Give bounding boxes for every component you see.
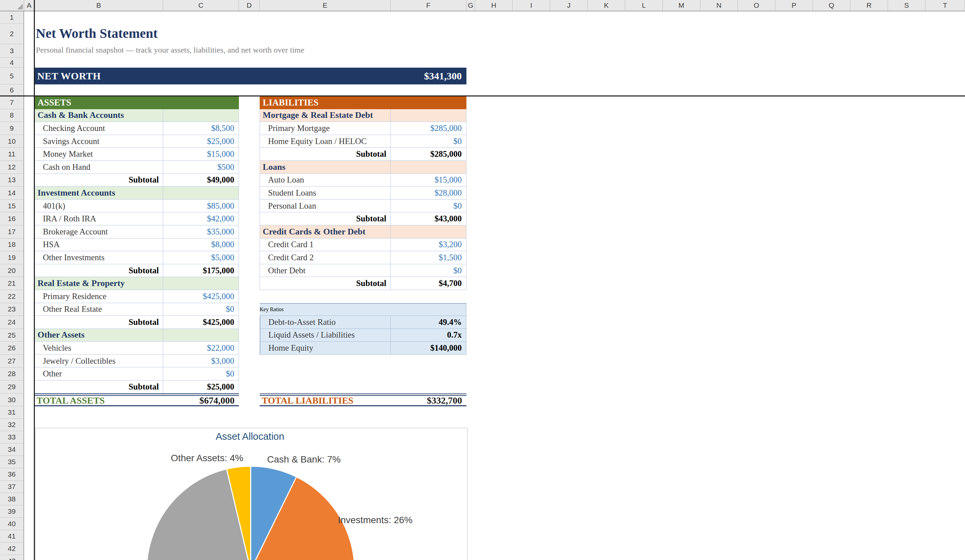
liabilities-category-name[interactable]: Loans: [260, 161, 391, 174]
column-header-T[interactable]: T: [926, 0, 965, 11]
liabilities-item-value[interactable]: $0: [391, 264, 466, 277]
liabilities-category-empty-cell[interactable]: [391, 225, 466, 238]
empty-cell[interactable]: [260, 380, 391, 393]
empty-cell[interactable]: [391, 380, 466, 393]
row-header-10[interactable]: 10: [0, 135, 24, 148]
liabilities-item-label[interactable]: Credit Card 2: [260, 251, 391, 264]
assets-item-value[interactable]: $85,000: [163, 200, 239, 213]
row-header-12[interactable]: 12: [0, 161, 24, 174]
assets-item-value[interactable]: $3,000: [163, 355, 239, 368]
row-header-26[interactable]: 26: [0, 341, 24, 355]
assets-category-empty-cell[interactable]: [163, 109, 239, 122]
assets-total-label[interactable]: TOTAL ASSETS: [34, 396, 163, 406]
liabilities-item-label[interactable]: Credit Card 1: [260, 238, 391, 251]
liabilities-item-value[interactable]: $285,000: [391, 122, 466, 135]
row-header-15[interactable]: 15: [0, 200, 24, 213]
page-subtitle[interactable]: Personal financial snapshot — track your…: [36, 46, 304, 55]
row-header-40[interactable]: 40: [0, 518, 24, 530]
assets-item-value[interactable]: $15,000: [163, 148, 239, 161]
column-header-K[interactable]: K: [588, 0, 625, 11]
assets-section-title[interactable]: ASSETS: [34, 96, 239, 109]
assets-item-value[interactable]: $5,000: [163, 251, 239, 264]
empty-cell[interactable]: [391, 367, 466, 380]
assets-subtotal-label[interactable]: Subtotal: [34, 380, 163, 393]
liabilities-item-value[interactable]: $0: [391, 200, 466, 213]
row-header-38[interactable]: 38: [0, 493, 24, 505]
column-header-H[interactable]: H: [475, 0, 513, 11]
empty-cell[interactable]: [260, 367, 391, 380]
assets-total-value[interactable]: $674,000: [163, 396, 239, 406]
row-header-23[interactable]: 23: [0, 303, 24, 316]
row-header-42[interactable]: 42: [0, 543, 24, 555]
liabilities-item-value[interactable]: $28,000: [391, 186, 466, 200]
empty-cell[interactable]: [260, 290, 391, 303]
assets-item-label[interactable]: Savings Account: [34, 135, 163, 148]
column-header-L[interactable]: L: [625, 0, 663, 11]
asset-allocation-chart[interactable]: Asset Allocation Cash & Bank: 7%Investme…: [35, 428, 468, 560]
net-worth-banner[interactable]: NET WORTH $341,300: [34, 68, 466, 84]
liabilities-item-value[interactable]: $15,000: [391, 174, 466, 187]
assets-subtotal-label[interactable]: Subtotal: [34, 264, 163, 277]
empty-cell[interactable]: [391, 355, 466, 368]
liabilities-total-label[interactable]: TOTAL LIABILITIES: [260, 396, 391, 406]
assets-category-empty-cell[interactable]: [163, 277, 239, 290]
assets-item-value[interactable]: $425,000: [163, 290, 239, 303]
page-title[interactable]: Net Worth Statement: [36, 25, 158, 41]
liabilities-category-name[interactable]: Credit Cards & Other Debt: [260, 225, 391, 238]
row-header-39[interactable]: 39: [0, 505, 24, 518]
row-header-21[interactable]: 21: [0, 277, 24, 290]
row-header-36[interactable]: 36: [0, 468, 24, 481]
key-ratio-label[interactable]: Liquid Assets / Liabilities: [260, 329, 391, 342]
liabilities-category-empty-cell[interactable]: [391, 161, 466, 174]
assets-subtotal-label[interactable]: Subtotal: [34, 174, 163, 187]
row-header-37[interactable]: 37: [0, 481, 24, 493]
liabilities-item-label[interactable]: Other Debt: [260, 264, 391, 277]
row-header-19[interactable]: 19: [0, 251, 24, 264]
liabilities-subtotal-label[interactable]: Subtotal: [260, 148, 391, 161]
liabilities-category-empty-cell[interactable]: [391, 109, 466, 122]
liabilities-subtotal-value[interactable]: $43,000: [391, 212, 466, 225]
column-header-E[interactable]: E: [260, 0, 391, 11]
row-header-22[interactable]: 22: [0, 290, 24, 303]
row-header-2[interactable]: 2: [0, 23, 24, 44]
row-header-25[interactable]: 25: [0, 329, 24, 342]
row-header-35[interactable]: 35: [0, 456, 24, 468]
assets-item-value[interactable]: $8,000: [163, 238, 239, 251]
assets-item-label[interactable]: Other Real Estate: [34, 303, 163, 316]
row-header-34[interactable]: 34: [0, 443, 24, 456]
liabilities-category-name[interactable]: Mortgage & Real Estate Debt: [260, 109, 391, 122]
assets-item-label[interactable]: HSA: [34, 238, 163, 251]
column-header-B[interactable]: B: [34, 0, 163, 11]
assets-item-label[interactable]: 401(k): [34, 200, 163, 213]
liabilities-item-label[interactable]: Personal Loan: [260, 200, 391, 213]
key-ratios-title[interactable]: Key Ratios: [260, 303, 466, 316]
assets-item-label[interactable]: IRA / Roth IRA: [34, 212, 163, 225]
row-header-33[interactable]: 33: [0, 431, 24, 443]
assets-category-name[interactable]: Investment Accounts: [34, 186, 163, 200]
assets-category-empty-cell[interactable]: [163, 329, 239, 342]
column-header-M[interactable]: M: [663, 0, 700, 11]
assets-item-label[interactable]: Primary Residence: [34, 290, 163, 303]
empty-cell[interactable]: [391, 290, 466, 303]
row-header-7[interactable]: 7: [0, 96, 24, 109]
assets-item-label[interactable]: Other Investments: [34, 251, 163, 264]
assets-item-value[interactable]: $0: [163, 367, 239, 380]
liabilities-item-value[interactable]: $0: [391, 135, 466, 148]
key-ratio-label[interactable]: Home Equity: [260, 341, 391, 355]
assets-category-name[interactable]: Real Estate & Property: [34, 277, 163, 290]
assets-item-value[interactable]: $42,000: [163, 212, 239, 225]
liabilities-subtotal-value[interactable]: $285,000: [391, 148, 466, 161]
key-ratio-value[interactable]: $140,000: [391, 341, 466, 355]
row-header-30[interactable]: 30: [0, 393, 24, 407]
assets-item-label[interactable]: Other: [34, 367, 163, 380]
key-ratio-label[interactable]: Debt-to-Asset Ratio: [260, 316, 391, 329]
column-header-G[interactable]: G: [466, 0, 475, 11]
row-header-43[interactable]: 43: [0, 555, 24, 560]
assets-item-label[interactable]: Jewelry / Collectibles: [34, 355, 163, 368]
row-header-4[interactable]: 4: [0, 57, 24, 68]
row-header-11[interactable]: 11: [0, 148, 24, 161]
liabilities-item-value[interactable]: $3,200: [391, 238, 466, 251]
liabilities-subtotal-label[interactable]: Subtotal: [260, 212, 391, 225]
row-header-16[interactable]: 16: [0, 212, 24, 225]
liabilities-subtotal-value[interactable]: $4,700: [391, 277, 466, 290]
